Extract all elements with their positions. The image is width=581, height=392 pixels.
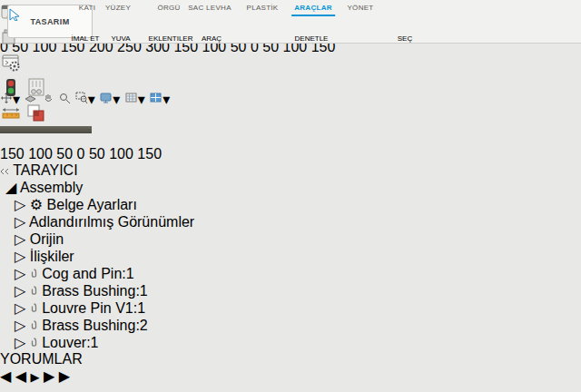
tree-item-label: Louvre Pin V1:1 xyxy=(42,300,145,316)
tree-item-label: İlişkiler xyxy=(30,249,74,264)
tree-item-label: Orijin xyxy=(30,231,64,247)
toolbar: TASARIM KATI YÜZEY ÖRGÜ SAC LEVHA PLASTİ… xyxy=(0,0,581,44)
expand-icon[interactable]: ▷ xyxy=(15,283,25,299)
expand-icon[interactable]: ◢ xyxy=(5,180,16,195)
tree-item-origin[interactable]: ▷ Orijin xyxy=(0,230,581,248)
tab-manage[interactable]: YÖNET xyxy=(344,3,376,15)
tree-item-brass-bushing-1[interactable]: ▷ Brass Bushing:1 xyxy=(0,282,581,299)
expand-icon[interactable]: ▷ xyxy=(15,300,25,316)
link-icon xyxy=(30,335,38,350)
expand-icon[interactable]: ▷ xyxy=(15,197,25,212)
tree-item-label: Adlandırılmış Görünümler xyxy=(29,214,194,230)
ruler-tick: 50 xyxy=(56,146,73,162)
traffic-light-icon[interactable] xyxy=(0,76,22,98)
tree-item-cog-and-pin[interactable]: ▷ Cog and Pin:1 xyxy=(0,265,581,282)
comments-title: YORUMLAR xyxy=(0,351,83,367)
cursor-icon xyxy=(9,8,21,21)
tree-item-label: Cog and Pin:1 xyxy=(42,266,133,281)
link-icon xyxy=(30,266,38,281)
tree-item-brass-bushing-2[interactable]: ▷ Brass Bushing:2 xyxy=(0,317,581,334)
expand-icon[interactable]: ▷ xyxy=(15,214,25,230)
expand-icon[interactable]: ▷ xyxy=(15,318,25,333)
measure-icon[interactable] xyxy=(0,102,22,123)
expand-icon[interactable]: ▷ xyxy=(15,266,25,281)
expand-icon[interactable]: ▷ xyxy=(15,335,25,350)
tab-tools[interactable]: ARAÇLAR xyxy=(291,3,335,16)
comments-bar[interactable]: YORUMLAR xyxy=(0,351,581,368)
interference-icon[interactable] xyxy=(25,102,47,123)
timeline-go-start-button[interactable]: ◀ xyxy=(0,368,11,384)
tree-item-label: Belge Ayarları xyxy=(47,197,137,212)
ruler-tick: 50 xyxy=(89,146,105,162)
group-label-tool[interactable]: ARAÇ xyxy=(202,34,222,43)
bushing-top[interactable] xyxy=(0,133,3,141)
timeline-go-end-button[interactable]: ▶ xyxy=(59,368,70,384)
browser-header[interactable]: TARAYICI xyxy=(0,162,581,179)
workspace-label: TASARIM xyxy=(30,17,69,26)
tree-item-label: Louver:1 xyxy=(42,335,98,350)
addins-icon[interactable] xyxy=(0,51,22,73)
timeline-bar: ◀ ◀ ▶ ▶ ▶ xyxy=(0,368,581,385)
link-icon xyxy=(30,318,38,333)
tab-sheetmetal[interactable]: SAC LEVHA xyxy=(185,3,234,15)
tree-item-named-views[interactable]: ▷ Adlandırılmış Görünümler xyxy=(0,213,581,230)
ruler-tick: 100 xyxy=(109,146,133,162)
ruler-tick: 100 xyxy=(28,146,53,162)
group-label-make[interactable]: İMAL ET xyxy=(72,34,100,43)
machine-icon[interactable] xyxy=(25,76,47,98)
tree-item-document-settings[interactable]: ▷ ⚙ Belge Ayarları xyxy=(0,196,581,213)
gear-icon: ⚙ xyxy=(30,197,43,212)
tree-item-label: Brass Bushing:1 xyxy=(42,283,148,299)
tab-surface[interactable]: YÜZEY xyxy=(103,3,133,15)
timeline-step-back-button[interactable]: ◀ xyxy=(15,368,26,384)
fusion-window: TASARIM KATI YÜZEY ÖRGÜ SAC LEVHA PLASTİ… xyxy=(0,0,581,392)
link-icon xyxy=(30,300,38,316)
ruler-tick: 0 xyxy=(77,146,85,162)
collapse-panel-icon[interactable] xyxy=(0,168,9,175)
ruler-tick: 150 xyxy=(0,146,25,162)
tree-item-joints[interactable]: ▷ İlişkiler xyxy=(0,248,581,265)
expand-icon[interactable]: ▷ xyxy=(15,231,25,247)
tab-mesh[interactable]: ÖRGÜ xyxy=(154,3,182,15)
expand-icon[interactable]: ▷ xyxy=(15,249,25,264)
browser-title: TARAYICI xyxy=(13,162,77,178)
browser-panel: TARAYICI ◢ Assembly ▷ ⚙ Belge Ayarları ▷… xyxy=(0,162,581,351)
group-label-inspect[interactable]: DENETLE xyxy=(295,34,329,43)
tree-item-label: Brass Bushing:2 xyxy=(42,318,148,333)
louver-blade-top[interactable] xyxy=(0,126,92,133)
timeline-play-button[interactable]: ▶ xyxy=(31,370,40,384)
tree-item-louvre-pin[interactable]: ▷ Louvre Pin V1:1 xyxy=(0,299,581,317)
ruler-tick: 150 xyxy=(137,146,162,162)
group-label-nest[interactable]: YUVA xyxy=(111,34,130,43)
link-icon xyxy=(30,283,38,299)
group-label-addins[interactable]: EKLENTILER xyxy=(149,34,193,43)
group-label-select[interactable]: SEÇ xyxy=(398,34,412,43)
tree-root-assembly[interactable]: ◢ Assembly xyxy=(0,179,581,196)
tab-solid[interactable]: KATI xyxy=(76,3,98,15)
timeline-step-forward-button[interactable]: ▶ xyxy=(44,368,54,384)
tab-plastic[interactable]: PLASTİK xyxy=(243,3,281,15)
tree-item-louver[interactable]: ▷ Louver:1 xyxy=(0,334,581,351)
root-label[interactable]: Assembly xyxy=(20,180,83,195)
